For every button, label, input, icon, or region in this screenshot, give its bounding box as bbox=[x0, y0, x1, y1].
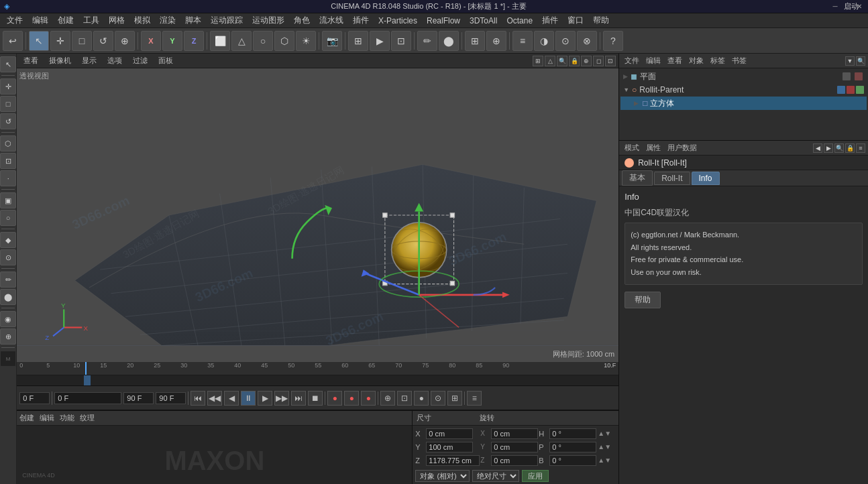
floor-btn[interactable]: ≡ bbox=[512, 31, 533, 51]
view-menu-panel[interactable]: 面板 bbox=[154, 55, 177, 66]
om-tag-btn[interactable]: 标签 bbox=[708, 55, 728, 66]
left-select-btn[interactable]: ↖ bbox=[0, 56, 16, 72]
left-scale-btn[interactable]: □ bbox=[0, 96, 16, 112]
viewport-icon7[interactable]: ⊡ bbox=[605, 56, 616, 66]
key-mode-btn[interactable]: ⊡ bbox=[397, 391, 412, 406]
scale-tool[interactable]: □ bbox=[72, 31, 92, 51]
menu-motion-tracking[interactable]: 运动跟踪 bbox=[207, 13, 247, 27]
left-move-btn[interactable]: ✛ bbox=[0, 78, 16, 95]
left-obj-btn[interactable]: ○ bbox=[0, 210, 16, 226]
camera-btn[interactable]: 📷 bbox=[322, 31, 342, 51]
y-pos-input[interactable] bbox=[426, 442, 473, 452]
menu-tools[interactable]: 工具 bbox=[79, 13, 103, 27]
tab-info[interactable]: Info bbox=[692, 172, 720, 185]
go-next-btn[interactable]: ▶▶ bbox=[274, 391, 289, 406]
record-pos-btn[interactable]: ● bbox=[344, 391, 359, 406]
go-prev-btn[interactable]: ◀◀ bbox=[207, 391, 222, 406]
pause-btn[interactable]: ⏸ bbox=[241, 391, 256, 406]
motion-blur-btn[interactable]: ● bbox=[414, 391, 429, 406]
obj-item-plane[interactable]: ▶ ◼ 平面 bbox=[620, 70, 867, 83]
object-mode-select[interactable]: 对象 (相对) bbox=[415, 470, 470, 482]
om-obj-btn[interactable]: 对象 bbox=[686, 55, 706, 66]
menu-mograph[interactable]: 运动图形 bbox=[248, 13, 288, 27]
menu-plugins[interactable]: 插件 bbox=[349, 13, 373, 27]
am-lock-btn[interactable]: 🔒 bbox=[845, 143, 855, 153]
transform-tool[interactable]: ⊕ bbox=[115, 31, 135, 51]
am-back-btn[interactable]: ◀ bbox=[813, 143, 822, 153]
view-menu-options[interactable]: 选项 bbox=[103, 55, 126, 66]
y-axis-btn[interactable]: Y bbox=[162, 31, 182, 51]
viewport-icon3[interactable]: 🔍 bbox=[557, 56, 567, 66]
bottom-create-btn[interactable]: 创建 bbox=[19, 413, 34, 423]
current-frame-input[interactable] bbox=[54, 392, 121, 404]
select-tool[interactable]: ↖ bbox=[29, 31, 49, 51]
grid-btn[interactable]: ⊞ bbox=[465, 31, 485, 51]
left-poly-btn[interactable]: ⬡ bbox=[0, 135, 16, 152]
menu-realflow[interactable]: RealFlow bbox=[423, 15, 464, 27]
bottom-func-btn[interactable]: 功能 bbox=[60, 413, 74, 423]
menu-simulate[interactable]: 模拟 bbox=[130, 13, 154, 27]
bg-btn[interactable]: ⊙ bbox=[555, 31, 576, 51]
shape-btn3[interactable]: ⬡ bbox=[274, 31, 294, 51]
am-more-btn[interactable]: ≡ bbox=[856, 143, 865, 153]
go-end-btn[interactable]: ⏭ bbox=[291, 391, 306, 406]
help-button[interactable]: 帮助 bbox=[625, 292, 661, 308]
view-menu-display[interactable]: 显示 bbox=[78, 55, 101, 66]
x-pos-input[interactable] bbox=[426, 428, 473, 439]
x-axis-btn[interactable]: X bbox=[141, 31, 161, 51]
left-point-btn[interactable]: · bbox=[0, 170, 16, 186]
end-frame-input[interactable] bbox=[123, 392, 154, 404]
viewport-icon2[interactable]: △ bbox=[545, 56, 555, 66]
om-file-btn[interactable]: 文件 bbox=[622, 55, 642, 66]
view-menu-check[interactable]: 查看 bbox=[19, 55, 42, 66]
om-edit-btn[interactable]: 编辑 bbox=[643, 55, 663, 66]
sky-btn[interactable]: ◑ bbox=[534, 31, 554, 51]
left-tag-btn[interactable]: ◆ bbox=[0, 232, 16, 248]
viewport-icon4[interactable]: 🔒 bbox=[569, 56, 580, 66]
bottom-texture-btn[interactable]: 纹理 bbox=[80, 413, 95, 423]
play-back-btn[interactable]: ◀ bbox=[224, 391, 239, 406]
tab-basic[interactable]: 基本 bbox=[622, 170, 653, 186]
menu-help[interactable]: 帮助 bbox=[589, 13, 613, 27]
snapping-btn[interactable]: ⊕ bbox=[486, 31, 506, 51]
left-sds-btn[interactable]: ◉ bbox=[0, 311, 16, 327]
stop-btn[interactable]: ⏹ bbox=[308, 391, 323, 406]
tab-rollit[interactable]: Roll-It bbox=[654, 172, 690, 185]
layer-btn[interactable]: ≡ bbox=[467, 391, 482, 406]
h-stepper[interactable]: ▲▼ bbox=[598, 430, 611, 437]
cube-btn[interactable]: ⬜ bbox=[210, 31, 230, 51]
apply-button[interactable]: 应用 bbox=[522, 470, 549, 482]
menu-window[interactable]: 窗口 bbox=[563, 13, 588, 27]
bottom-edit-btn[interactable]: 编辑 bbox=[40, 413, 54, 423]
motion-btn3[interactable]: ⊞ bbox=[447, 391, 462, 406]
timeline-track[interactable] bbox=[17, 375, 618, 386]
view-menu-filter[interactable]: 过滤 bbox=[129, 55, 152, 66]
menu-file[interactable]: 文件 bbox=[3, 13, 27, 27]
undo-button[interactable]: ↩ bbox=[3, 31, 23, 51]
b-rot-input[interactable] bbox=[549, 455, 596, 466]
menu-character[interactable]: 角色 bbox=[290, 13, 314, 27]
viewport-icon5[interactable]: ⊕ bbox=[581, 56, 592, 66]
menu-render[interactable]: 渲染 bbox=[156, 13, 180, 27]
y-size-input[interactable] bbox=[491, 442, 538, 452]
left-edge-btn[interactable]: ⊡ bbox=[0, 153, 16, 169]
timeline-playhead[interactable] bbox=[85, 362, 87, 375]
menu-create[interactable]: 创建 bbox=[54, 13, 78, 27]
om-bookmark-btn[interactable]: 书签 bbox=[729, 55, 749, 66]
sculpt-btn[interactable]: ⬤ bbox=[439, 31, 459, 51]
question-btn[interactable]: ? bbox=[603, 31, 623, 51]
p-rot-input[interactable] bbox=[549, 442, 596, 452]
left-sculpt-btn[interactable]: ⬤ bbox=[0, 289, 16, 305]
x-size-input[interactable] bbox=[491, 428, 538, 439]
left-rotate-btn[interactable]: ↺ bbox=[0, 113, 16, 129]
restore-button[interactable]: □ bbox=[843, 1, 852, 11]
end-frame-display[interactable] bbox=[156, 392, 186, 404]
go-start-btn[interactable]: ⏮ bbox=[191, 391, 205, 406]
am-fwd-btn[interactable]: ▶ bbox=[824, 143, 833, 153]
menu-script[interactable]: 脚本 bbox=[181, 13, 205, 27]
shape-btn2[interactable]: ○ bbox=[253, 31, 273, 51]
env-btn[interactable]: ⊗ bbox=[577, 31, 597, 51]
record-rot-btn[interactable]: ● bbox=[361, 391, 376, 406]
obj-item-rollit-parent[interactable]: ▼ ○ Rollit-Parent bbox=[620, 83, 867, 97]
z-axis-btn[interactable]: Z bbox=[184, 31, 204, 51]
